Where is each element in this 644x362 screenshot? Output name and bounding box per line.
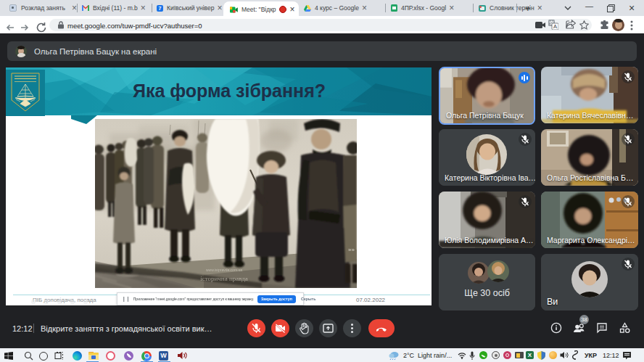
svg-text:www.istpravda.com.ua: www.istpravda.com.ua (206, 268, 242, 272)
svg-text:Яка форма зібрання?: Яка форма зібрання? (133, 81, 326, 101)
svg-text:історична правда: історична правда (200, 275, 248, 282)
svg-text:A: A (553, 23, 557, 30)
svg-text:»»: »» (348, 247, 355, 253)
